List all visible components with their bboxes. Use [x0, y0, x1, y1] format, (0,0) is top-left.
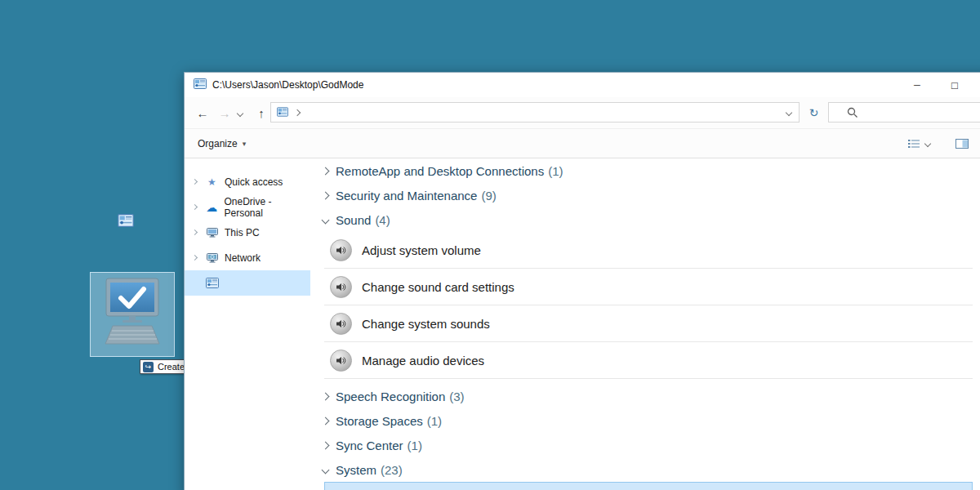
- details-view-icon: [908, 139, 920, 149]
- search-icon: [847, 107, 858, 122]
- godmode-address-icon: [277, 105, 288, 120]
- sidebar-item-quick-access[interactable]: ★ Quick access: [185, 169, 310, 194]
- group-header-system[interactable]: System (23): [319, 457, 973, 482]
- window-body: ★ Quick access ☁ OneDrive - Personal: [185, 158, 980, 490]
- minimize-button[interactable]: ─: [898, 73, 936, 97]
- chevron-right-icon: [322, 441, 330, 449]
- group-header-remoteapp[interactable]: RemoteApp and Desktop Connections (1): [319, 158, 973, 183]
- task-label: Change sound card settings: [362, 280, 514, 294]
- quick-access-star-icon: ★: [205, 176, 219, 188]
- forward-button[interactable]: →: [215, 103, 234, 122]
- refresh-button[interactable]: ↻: [803, 102, 825, 122]
- sidebar-item-label: This PC: [225, 227, 260, 238]
- group-header-speech[interactable]: Speech Recognition (3): [319, 384, 973, 408]
- address-bar[interactable]: [270, 102, 800, 122]
- expand-chevron-icon[interactable]: [192, 179, 198, 185]
- group-count: (23): [381, 463, 403, 477]
- sidebar-item-onedrive[interactable]: ☁ OneDrive - Personal: [185, 194, 310, 220]
- desktop-drop-highlight: [90, 272, 175, 357]
- chevron-right-icon: [322, 191, 330, 199]
- search-box[interactable]: [828, 102, 980, 122]
- chevron-right-icon: [322, 167, 330, 175]
- items-view: RemoteApp and Desktop Connections (1) Se…: [319, 158, 973, 490]
- group-name: Sync Center: [336, 439, 403, 452]
- group-count: (3): [449, 390, 464, 403]
- network-icon: [205, 253, 219, 263]
- this-pc-check-icon: [100, 277, 164, 352]
- create-link-icon: ↪: [143, 362, 154, 372]
- task-row-adjust-volume[interactable]: Adjust system volume: [319, 232, 973, 269]
- group-name: Security and Maintenance: [336, 189, 477, 203]
- expand-chevron-icon[interactable]: [192, 204, 198, 210]
- group-count: (1): [408, 439, 422, 452]
- address-dropdown-button[interactable]: [780, 104, 798, 121]
- this-pc-monitor-icon: [205, 228, 219, 238]
- chevron-right-icon: [322, 416, 330, 425]
- group-name: Sound: [336, 213, 371, 227]
- preview-pane-icon: [956, 139, 969, 149]
- sidebar-item-label: OneDrive - Personal: [225, 196, 311, 219]
- onedrive-cloud-icon: ☁: [205, 201, 219, 214]
- maximize-button[interactable]: □: [936, 73, 973, 97]
- organize-label: Organize: [198, 138, 238, 149]
- desktop: ↪ Create link in Desktop C:\Users\Jason\…: [0, 0, 980, 490]
- group-name: Speech Recognition: [336, 390, 445, 403]
- selected-task-row-partial[interactable]: [324, 482, 973, 490]
- navigation-pane: ★ Quick access ☁ OneDrive - Personal: [185, 158, 310, 296]
- group-count: (1): [548, 164, 563, 178]
- sidebar-item-network[interactable]: Network: [185, 245, 310, 270]
- group-count: (9): [481, 189, 496, 203]
- task-row-sound-card[interactable]: Change sound card settings: [319, 269, 973, 305]
- task-row-system-sounds[interactable]: Change system sounds: [319, 305, 973, 342]
- task-label: Adjust system volume: [362, 243, 481, 257]
- sidebar-item-this-pc[interactable]: This PC: [185, 220, 310, 245]
- chevron-down-icon: [322, 216, 330, 224]
- chevron-right-icon: [322, 392, 330, 400]
- task-label: Manage audio devices: [362, 354, 484, 368]
- organize-button[interactable]: Organize ▾: [198, 138, 246, 149]
- group-count: (4): [375, 213, 390, 227]
- group-header-security[interactable]: Security and Maintenance (9): [319, 183, 973, 207]
- godmode-window-icon: [194, 78, 207, 92]
- recent-locations-chevron-icon[interactable]: [237, 110, 243, 117]
- expand-chevron-icon[interactable]: [192, 229, 198, 235]
- speaker-icon: [330, 239, 352, 261]
- chevron-down-icon: [786, 109, 792, 115]
- godmode-drag-ghost-icon: [118, 214, 134, 230]
- expand-chevron-icon[interactable]: [192, 255, 198, 261]
- group-name: System: [336, 463, 376, 477]
- group-header-sound[interactable]: Sound (4): [319, 207, 973, 232]
- godmode-icon: [205, 278, 219, 288]
- speaker-icon: [330, 313, 352, 335]
- chevron-down-icon: [924, 140, 931, 147]
- window-title: C:\Users\Jason\Desktop\GodMode: [212, 79, 363, 91]
- sidebar-item-godmode[interactable]: [185, 270, 310, 296]
- preview-pane-button[interactable]: [956, 136, 969, 152]
- back-button[interactable]: ←: [191, 103, 214, 122]
- group-name: Storage Spaces: [336, 414, 423, 428]
- group-count: (1): [427, 414, 442, 428]
- speaker-icon: [330, 276, 352, 298]
- group-name: RemoteApp and Desktop Connections: [336, 164, 544, 178]
- group-header-storage[interactable]: Storage Spaces (1): [319, 408, 973, 433]
- explorer-window: C:\Users\Jason\Desktop\GodMode ─ □ ← → ↑: [184, 72, 980, 490]
- sidebar-item-label: Quick access: [225, 176, 283, 188]
- chevron-down-icon: [322, 466, 330, 474]
- task-row-audio-devices[interactable]: Manage audio devices: [319, 342, 973, 379]
- group-header-sync[interactable]: Sync Center (1): [319, 433, 973, 457]
- navigation-bar: ← → ↑ ↻: [185, 97, 980, 129]
- up-button[interactable]: ↑: [252, 103, 271, 122]
- breadcrumb-chevron-icon[interactable]: [294, 109, 301, 115]
- organize-caret-icon: ▾: [243, 140, 247, 148]
- change-view-button[interactable]: [908, 136, 930, 152]
- titlebar[interactable]: C:\Users\Jason\Desktop\GodMode ─ □: [185, 73, 980, 97]
- task-label: Change system sounds: [362, 317, 490, 331]
- speaker-icon: [330, 350, 352, 372]
- toolbar: Organize ▾: [185, 129, 980, 158]
- sidebar-item-label: Network: [225, 252, 261, 264]
